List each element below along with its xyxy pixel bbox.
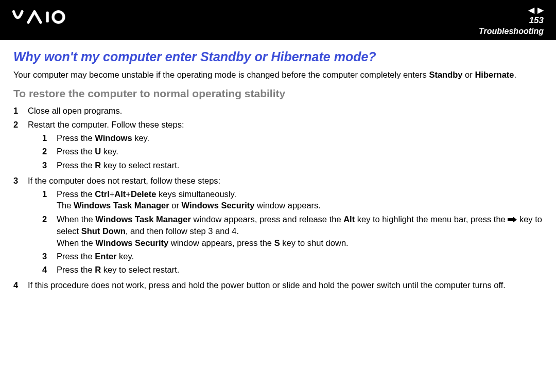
header-bar: ◀ ▶ 153 Troubleshooting [0,0,556,40]
key-alt: Alt [114,189,126,199]
step-2-1: 1Press the Windows key. [28,132,543,144]
step-num: 2 [42,146,57,157]
step-4: 4 If this procedure does not work, press… [13,279,543,291]
t: , and then follow step 3 and 4. [126,226,239,236]
t: keys simultaneously. [157,189,237,199]
b: Windows Security [95,238,168,247]
step-num: 1 [42,132,57,144]
key-u: U [95,147,101,156]
step-3-3: 3Press the Enter key. [28,251,543,262]
step-3-text: If the computer does not restart, follow… [28,176,220,185]
t: key to highlight the menu bar, press the [355,215,508,224]
t: + [126,189,131,199]
step-text: Restart the computer. Follow these steps… [28,119,543,173]
t: key to select restart. [101,265,179,274]
intro-paragraph: Your computer may become unstable if the… [13,69,543,80]
t: When the [57,215,95,224]
t: key to select restart. [101,161,179,170]
intro-bold-standby: Standby [429,70,462,79]
step-text: Press the U key. [57,146,543,157]
vaio-logo [10,7,93,29]
t: key. [132,133,150,142]
t: window appears, press the [168,238,274,247]
step-3-2: 2 When the Windows Task Manager window a… [28,213,543,248]
step-list: 1 Close all open programs. 2 Restart the… [13,105,543,291]
intro-post: . [514,70,516,79]
nav-next-icon[interactable]: ▶ [537,5,544,15]
nav-prev-icon[interactable]: ◀ [528,5,534,15]
key-s: S [274,238,280,247]
t: key to shut down. [280,238,349,247]
key-r: R [95,161,101,170]
t: The [57,201,74,210]
step-3: 3 If the computer does not restart, foll… [13,175,543,278]
content-area: Why won't my computer enter Standby or H… [0,40,556,291]
step-2: 2 Restart the computer. Follow these ste… [13,119,543,173]
step-text: If the computer does not restart, follow… [28,175,543,278]
step-num: 4 [42,264,57,275]
key-delete: Delete [131,189,157,199]
step-text: Close all open programs. [28,105,543,116]
step-3-4: 4Press the R key to select restart. [28,264,543,275]
step-2-text: Restart the computer. Follow these steps… [28,120,184,129]
sub-list-2: 1Press the Windows key. 2Press the U key… [28,132,543,171]
step-num: 1 [42,188,57,211]
b: Windows Task Manager [95,215,191,224]
step-text: Press the Enter key. [57,251,543,262]
step-2-2: 2Press the U key. [28,146,543,157]
t: window appears, press and release the [191,215,343,224]
section-label: Troubleshooting [479,27,544,36]
b: Windows Security [182,201,255,210]
step-num: 1 [13,105,28,116]
step-text: Press the Windows key. [57,132,543,144]
right-arrow-icon [508,214,517,225]
page-number: 153 [529,15,544,26]
step-num: 3 [42,159,57,171]
key-r: R [95,265,101,274]
t: key. [101,147,118,156]
step-num: 3 [13,175,28,278]
t: Press the [57,252,95,261]
page-title: Why won't my computer enter Standby or H… [13,49,543,64]
key-alt: Alt [343,215,355,224]
step-text: Press the Ctrl+Alt+Delete keys simultane… [57,188,543,211]
step-num: 3 [42,251,57,262]
t: Press the [57,161,95,170]
t: Press the [57,265,95,274]
t: Press the [57,147,95,156]
step-num: 2 [13,119,28,173]
key-enter: Enter [95,252,116,261]
intro-bold-hibernate: Hibernate [475,70,514,79]
key-windows: Windows [95,133,132,142]
svg-point-1 [53,12,64,23]
step-2-3: 3Press the R key to select restart. [28,159,543,171]
key-ctrl: Ctrl [95,189,109,199]
t: window appears. [255,201,321,210]
step-text: If this procedure does not work, press a… [28,279,543,291]
intro-mid: or [463,70,475,79]
nav-arrows: ◀ ▶ [528,5,544,15]
t: Press the [57,133,95,142]
step-num: 2 [42,213,57,248]
step-3-1: 1 Press the Ctrl+Alt+Delete keys simulta… [28,188,543,211]
step-text: Press the R key to select restart. [57,159,543,171]
b: Windows Task Manager [74,201,169,210]
t: When the [57,238,95,247]
sub-list-3: 1 Press the Ctrl+Alt+Delete keys simulta… [28,188,543,275]
step-num: 4 [13,279,28,291]
t: or [169,201,182,210]
subheading: To restore the computer to normal operat… [13,87,543,100]
step-text: Press the R key to select restart. [57,264,543,275]
svg-rect-0 [46,12,49,23]
step-1: 1 Close all open programs. [13,105,543,116]
t: key. [116,252,134,261]
t: + [110,189,115,199]
t: Press the [57,189,95,199]
intro-pre: Your computer may become unstable if the… [13,70,429,79]
step-text: When the Windows Task Manager window app… [57,213,543,248]
b: Shut Down [81,226,126,236]
